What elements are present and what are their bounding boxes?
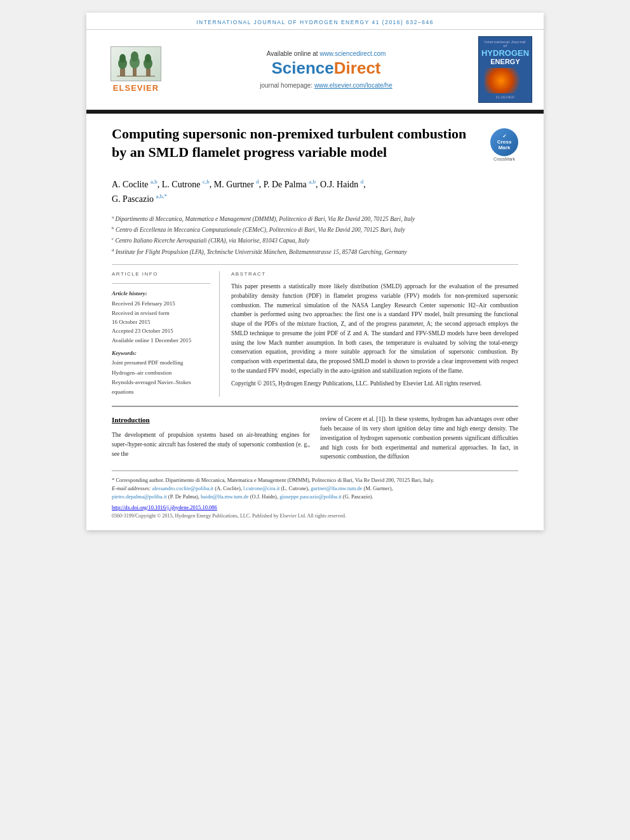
hj-elsevier-text: ELSEVIER <box>496 95 514 99</box>
email-link-3[interactable]: gurtner@lfa.mw.tum.de <box>311 485 362 491</box>
affiliation-a: a Dipartimento di Meccanica, Matematica … <box>112 214 518 223</box>
keywords-label: Keywords: <box>112 350 210 356</box>
article-history-dates: Received 26 February 2015 Received in re… <box>112 299 210 345</box>
divider-info <box>112 283 210 284</box>
available-online-text: Available online at www.sciencedirect.co… <box>267 50 386 57</box>
email-link-4[interactable]: pietro.depalma@poliba.it <box>112 493 167 500</box>
journal-header-text: INTERNATIONAL JOURNAL OF HYDROGEN ENERGY… <box>196 19 434 25</box>
email-link-5[interactable]: haidn@lfa.mw.tum.de <box>201 493 249 500</box>
info-abstract-section: ARTICLE INFO Article history: Received 2… <box>112 271 518 397</box>
sciencedirect-header: Available online at www.sciencedirect.co… <box>174 50 478 89</box>
article-history-label: Article history: <box>112 290 210 297</box>
sciencedirect-logo-text: ScienceDirect <box>272 58 381 78</box>
elsevier-tree-image <box>111 46 161 81</box>
hydrogen-journal-logo: International Journal of HYDROGEN ENERGY… <box>478 36 532 103</box>
email-link-2[interactable]: l.cutrone@cira.it <box>243 485 279 491</box>
intro-right-text: review of Cecere et al. [1]). In these s… <box>320 415 518 462</box>
hj-intl-text: International Journal of <box>482 40 528 48</box>
article-content: Computing supersonic non-premixed turbul… <box>86 114 544 530</box>
corresponding-author-note: * Corresponding author. Dipartimento di … <box>112 476 518 484</box>
elsevier-tree-svg <box>117 50 155 78</box>
svg-point-8 <box>145 54 151 63</box>
journal-homepage-link[interactable]: www.elsevier.com/locate/he <box>314 82 392 89</box>
abstract-heading: ABSTRACT <box>231 271 518 277</box>
divider-1 <box>112 264 518 265</box>
svg-rect-6 <box>146 69 151 76</box>
email-link-1[interactable]: alessandro.coclite@poliba.it <box>152 485 213 491</box>
article-title-area: Computing supersonic non-premixed turbul… <box>112 125 518 168</box>
email-addresses: E-mail addresses: alessandro.coclite@pol… <box>112 484 518 501</box>
introduction-section: Introduction The development of propulsi… <box>112 415 518 462</box>
divider-thick <box>112 406 518 407</box>
affiliation-c: c Centro Italiano Ricerche Aerospaziali … <box>112 236 518 245</box>
keywords-section: Keywords: Joint presumed PDF modelling H… <box>112 350 210 397</box>
footnotes-area: * Corresponding author. Dipartimento di … <box>112 470 518 519</box>
abstract-body: This paper presents a statistically more… <box>231 282 518 389</box>
intro-left-text: The development of propulsion systems ba… <box>112 430 310 458</box>
crossmark-label: CrossMark <box>490 157 518 161</box>
introduction-heading: Introduction <box>112 415 310 425</box>
affiliation-d: d Institute for Flight Propulsion (LFA),… <box>112 247 518 257</box>
affiliation-b: b Centro di Eccellenza in Meccanica Comp… <box>112 225 518 234</box>
svg-rect-0 <box>120 69 125 76</box>
sciencedirect-link[interactable]: www.sciencedirect.com <box>319 50 385 57</box>
elsevier-wordmark: ELSEVIER <box>113 83 159 93</box>
affiliations-block: a Dipartimento di Meccanica, Matematica … <box>112 214 518 257</box>
authors-line: A. Coclite a,b, L. Cutrone c,b, M. Gurtn… <box>112 177 518 206</box>
crossmark-circle: ✓CrossMark <box>490 128 518 156</box>
article-title: Computing supersonic non-premixed turbul… <box>112 125 484 161</box>
article-info-column: ARTICLE INFO Article history: Received 2… <box>112 271 220 397</box>
top-logos-area: ELSEVIER Available online at www.science… <box>86 30 544 110</box>
svg-point-5 <box>131 51 138 62</box>
journal-header-bar: INTERNATIONAL JOURNAL OF HYDROGEN ENERGY… <box>86 13 544 30</box>
page: INTERNATIONAL JOURNAL OF HYDROGEN ENERGY… <box>86 13 544 530</box>
email-link-6[interactable]: giuseppe.pascazio@poliba.it <box>279 493 342 500</box>
keywords-list: Joint presumed PDF modelling Hydrogen–ai… <box>112 358 210 397</box>
hj-title-text: HYDROGEN ENERGY <box>481 49 529 65</box>
abstract-section: ABSTRACT This paper presents a statistic… <box>231 271 518 397</box>
copyright-footer: 0360-3199/Copyright © 2015, Hydrogen Ene… <box>112 513 518 519</box>
intro-left-col: Introduction The development of propulsi… <box>112 415 310 462</box>
crossmark-badge: ✓CrossMark CrossMark <box>490 125 518 161</box>
journal-homepage-line: journal homepage: www.elsevier.com/locat… <box>260 82 392 89</box>
elsevier-logo: ELSEVIER <box>98 46 174 93</box>
abstract-copyright: Copyright © 2015, Hydrogen Energy Public… <box>231 379 518 389</box>
svg-rect-3 <box>133 67 137 76</box>
intro-right-col: review of Cecere et al. [1]). In these s… <box>320 415 518 462</box>
article-info-heading: ARTICLE INFO <box>112 271 210 277</box>
doi-link[interactable]: http://dx.doi.org/10.1016/j.ijhydene.201… <box>112 504 518 510</box>
svg-point-2 <box>119 54 126 63</box>
hj-cover-image <box>485 68 526 93</box>
